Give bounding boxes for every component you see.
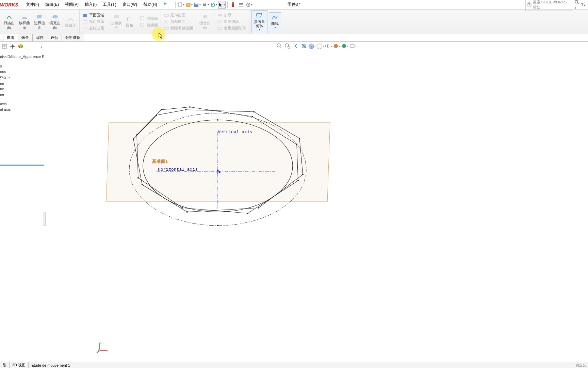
- undo-icon[interactable]: ▾: [210, 1, 217, 9]
- options-list-icon[interactable]: [238, 1, 245, 9]
- title-bar: WORKS 文件(F) 编辑(E) 视图(V) 插入(I) 工具(T) 窗口(W…: [0, 0, 588, 10]
- svg-point-68: [137, 177, 139, 179]
- app-logo: WORKS: [0, 2, 20, 7]
- svg-rect-16: [83, 14, 87, 17]
- new-file-icon[interactable]: ▾: [177, 1, 185, 9]
- svg-point-67: [182, 207, 183, 209]
- tab-analysis-prep[interactable]: 分析准备: [62, 34, 84, 41]
- reference-geometry-button[interactable]: 参考几 何体▾: [251, 10, 267, 33]
- tree-item[interactable]: s: [0, 63, 43, 69]
- svg-text:x: x: [107, 349, 108, 352]
- thicken-button: 加厚: [216, 12, 248, 18]
- search-input[interactable]: ?搜索 SOLIDWORKS 帮助: [525, 0, 573, 11]
- bottom-tab-bar: 型 3D 视图 Étude de mouvement 1 自定义: [0, 362, 588, 368]
- svg-point-59: [142, 184, 143, 185]
- cut-with-surface-button: 使用曲面切除: [216, 25, 248, 31]
- lofted-surface-button[interactable]: 放样曲 面: [17, 13, 32, 30]
- help-menu-icon[interactable]: ?▾: [581, 2, 585, 7]
- menu-file[interactable]: 文件(F): [23, 0, 42, 9]
- svg-point-53: [185, 109, 186, 110]
- svg-point-61: [156, 114, 157, 116]
- status-text: 自定义: [576, 363, 588, 368]
- boundary-surface-button[interactable]: 边界曲 面: [32, 13, 47, 30]
- knit-surface-button: 缝合曲 面: [197, 13, 213, 30]
- settings-icon[interactable]: ▾: [246, 1, 253, 9]
- tab-weldments[interactable]: 焊件: [32, 34, 47, 41]
- svg-rect-19: [141, 17, 144, 20]
- trim-surface-button: 剪裁曲面: [162, 18, 194, 25]
- menu-view[interactable]: 视图(V): [62, 0, 81, 9]
- open-file-icon[interactable]: ▾: [185, 1, 193, 9]
- swept-surface-button[interactable]: 扫描曲 面: [1, 13, 17, 30]
- svg-point-62: [189, 106, 191, 108]
- curves-button[interactable]: 曲线▾: [269, 12, 281, 31]
- tree-item[interactable]: ne: [0, 92, 43, 97]
- flatten-surface-button: 曲面展 平: [109, 13, 124, 30]
- svg-point-58: [186, 211, 188, 213]
- tree-item[interactable]: ons: [0, 69, 43, 74]
- print-icon[interactable]: ▾: [202, 1, 209, 9]
- menu-bar: 文件(F) 编辑(E) 视图(V) 插入(I) 工具(T) 窗口(W) 帮助(H…: [23, 0, 170, 9]
- svg-point-11: [248, 4, 249, 5]
- property-manager-icon[interactable]: [10, 43, 16, 49]
- tab-sheet-metal[interactable]: 钣金: [18, 34, 33, 41]
- menu-insert[interactable]: 插入(I): [82, 0, 99, 9]
- svg-rect-14: [36, 15, 42, 18]
- svg-text:z: z: [100, 341, 101, 344]
- menu-edit[interactable]: 编辑(E): [43, 0, 62, 9]
- tree-config[interactable]: ut<<Défaut>_Apparence Et: [0, 54, 43, 59]
- menu-help[interactable]: 帮助(H): [141, 0, 160, 9]
- panel-resize-handle[interactable]: [43, 212, 46, 226]
- svg-point-63: [252, 116, 253, 117]
- svg-rect-2: [195, 3, 198, 4]
- svg-point-15: [52, 15, 58, 18]
- panel-splitter[interactable]: [0, 165, 44, 166]
- tab-motion-study[interactable]: Étude de mouvement 1: [29, 363, 73, 368]
- config-manager-icon[interactable]: [18, 43, 24, 49]
- tree-item[interactable]: 指定>: [0, 74, 43, 81]
- svg-rect-17: [83, 20, 87, 23]
- offset-surface-button: 等距曲面: [81, 18, 105, 25]
- filled-surface-button[interactable]: 填充曲 面: [47, 13, 63, 30]
- feature-tree[interactable]: ut<<Défaut>_Apparence Et s ons 指定> ne ne…: [0, 51, 44, 113]
- svg-point-64: [296, 144, 297, 145]
- untrim-surface-button: 解除剪裁曲面: [162, 25, 194, 31]
- horizontal-axis-label: Horizontal axis: [158, 167, 198, 172]
- svg-point-55: [299, 138, 300, 139]
- svg-rect-8: [239, 4, 243, 5]
- ribbon: 扫描曲 面 放样曲 面 边界曲 面 填充曲 面 自由形 平面区域 等距曲面 直纹…: [0, 10, 588, 34]
- fillet-button: 圆角: [124, 15, 135, 28]
- svg-point-60: [133, 138, 134, 140]
- graphics-viewport[interactable]: ▾ ▾ ▾ ▾ ▾ ▾: [44, 42, 588, 362]
- tab-model[interactable]: 型: [0, 362, 10, 368]
- delete-face-button: 删除面: [138, 15, 159, 22]
- feature-tree-icon[interactable]: [1, 43, 7, 49]
- search-button-icon[interactable]: ▾: [574, 0, 580, 10]
- tree-item[interactable]: ne: [0, 86, 43, 92]
- main-area: › ut<<Défaut>_Apparence Et s ons 指定> ne …: [0, 42, 588, 362]
- svg-rect-24: [218, 14, 222, 16]
- select-icon[interactable]: ▾: [218, 1, 226, 9]
- tree-item[interactable]: axis: [0, 101, 43, 107]
- tab-evaluate[interactable]: 评估: [47, 34, 62, 41]
- expand-panel-icon[interactable]: ›: [41, 44, 43, 49]
- menu-tools[interactable]: 工具(T): [100, 0, 119, 9]
- tab-3d-view[interactable]: 3D 视图: [10, 362, 29, 368]
- tree-item[interactable]: ne: [0, 81, 43, 86]
- svg-point-66: [247, 213, 248, 214]
- rebuild-icon[interactable]: [229, 1, 237, 9]
- tab-surfaces[interactable]: 曲面: [3, 34, 18, 41]
- svg-rect-4: [203, 3, 206, 4]
- save-icon[interactable]: ▾: [194, 1, 201, 9]
- orientation-triad[interactable]: z x: [96, 340, 110, 354]
- svg-rect-25: [218, 21, 222, 23]
- planar-surface-button[interactable]: 平面区域: [81, 12, 105, 18]
- svg-point-69: [136, 134, 137, 136]
- thicken-cut-button: 加厚切除: [216, 18, 248, 25]
- svg-point-36: [19, 44, 22, 47]
- pin-icon[interactable]: [161, 0, 170, 9]
- svg-point-71: [217, 119, 218, 121]
- tree-item[interactable]: al axis: [0, 107, 43, 112]
- search-area: ?搜索 SOLIDWORKS 帮助 ▾ ?▾: [525, 0, 588, 11]
- menu-window[interactable]: 窗口(W): [120, 0, 140, 9]
